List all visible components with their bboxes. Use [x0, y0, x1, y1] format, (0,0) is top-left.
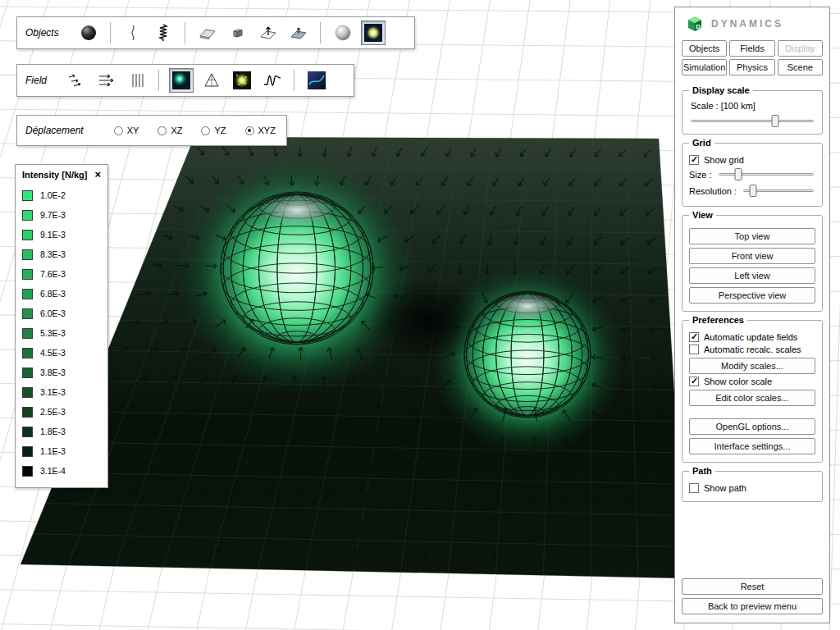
legend-entry: 1.1E-3: [22, 441, 101, 461]
xyz-radio[interactable]: [245, 126, 254, 135]
legend-entry-label: 6.0E-3: [40, 308, 66, 318]
scale-slider[interactable]: [689, 114, 815, 128]
legend-entry: 9.1E-3: [22, 225, 101, 244]
spring-icon: [153, 23, 173, 43]
deplacement-toolbar-label: Déplacement: [25, 125, 84, 136]
app-logo-row: D DYNAMICS: [685, 14, 823, 34]
yz-radio[interactable]: [201, 126, 210, 135]
grid-resolution-slider[interactable]: [742, 184, 815, 198]
grid-resolution-slider-thumb[interactable]: [749, 185, 756, 197]
grid-size-label: Size :: [689, 170, 712, 180]
black-sphere-icon: [79, 23, 98, 43]
legend-color-swatch: [22, 407, 33, 418]
object-tool-box-bar[interactable]: [226, 21, 250, 45]
grid-size-slider-thumb[interactable]: [735, 168, 742, 180]
auto-update-fields-checkbox[interactable]: [689, 332, 699, 342]
object-tool-black-sphere[interactable]: [76, 21, 101, 45]
show-color-scale-checkbox[interactable]: [689, 377, 699, 386]
field-tool-surface-plot[interactable]: [304, 68, 329, 93]
dynamics-logo-icon: D: [685, 14, 705, 34]
auto-recalc-scales-row[interactable]: Automatic recalc. scales: [689, 345, 815, 354]
top-view-button[interactable]: Top view: [689, 228, 815, 244]
field-tool-wire-cone[interactable]: [199, 68, 224, 93]
field-tool-particle-glow[interactable]: [230, 68, 254, 93]
modify-scales-button[interactable]: Modify scales...: [689, 358, 815, 374]
object-tool-plate-arrow[interactable]: [256, 21, 281, 45]
scale-slider-thumb[interactable]: [771, 115, 778, 127]
grid-group-title: Grid: [689, 138, 714, 148]
legend-color-swatch: [22, 446, 33, 457]
object-tool-plate-solid[interactable]: [286, 21, 311, 45]
legend-entry: 5.3E-3: [22, 323, 101, 343]
nav-fields-button[interactable]: Fields: [729, 40, 774, 57]
legend-color-swatch: [22, 289, 33, 299]
display-scale-group: Display scale Scale : [100 km]: [682, 90, 823, 135]
panel-bottom-buttons: Reset Back to preview menu: [682, 575, 823, 616]
nav-physics-button[interactable]: Physics: [729, 59, 774, 75]
field-tool-vector-arrows[interactable]: [64, 68, 89, 93]
field-tool-parallel-arrows[interactable]: [94, 68, 119, 93]
edit-color-scales-button[interactable]: Edit color scales...: [689, 390, 815, 406]
object-tool-flat-plate[interactable]: [195, 21, 220, 45]
object-tool-glowing-sphere[interactable]: [361, 21, 386, 45]
legend-close-button[interactable]: ×: [94, 171, 101, 179]
legend-entry-label: 5.3E-3: [40, 328, 66, 338]
show-grid-checkbox[interactable]: [689, 155, 699, 165]
object-tool-rod[interactable]: [121, 21, 145, 45]
auto-recalc-scales-checkbox[interactable]: [689, 345, 699, 354]
grid-size-slider-track[interactable]: [719, 173, 814, 176]
nav-scene-button[interactable]: Scene: [778, 59, 823, 75]
opengl-options-button[interactable]: OpenGL options...: [689, 418, 815, 435]
wire-cone-icon: [202, 71, 221, 90]
perspective-view-button[interactable]: Perspective view: [689, 287, 815, 304]
grid-resolution-label: Resolution :: [689, 186, 737, 196]
show-path-checkbox[interactable]: [689, 483, 699, 493]
field-tool-waveform[interactable]: [260, 68, 285, 93]
display-scale-title: Display scale: [689, 85, 753, 95]
legend-entry: 6.0E-3: [22, 304, 101, 323]
xy-radio-label: XY: [127, 126, 139, 135]
field-tool-field-lines[interactable]: [125, 68, 149, 93]
field-tool-intensity-glow[interactable]: [169, 68, 194, 93]
interface-settings-button[interactable]: Interface settings...: [689, 438, 815, 454]
nav-objects-button[interactable]: Objects: [682, 40, 727, 57]
deplacement-option-yz[interactable]: YZ: [201, 126, 226, 135]
reset-button[interactable]: Reset: [682, 578, 823, 595]
xy-radio[interactable]: [114, 126, 123, 135]
legend-entry-label: 3.1E-4: [40, 466, 66, 476]
legend-color-swatch: [22, 210, 33, 221]
legend-color-swatch: [22, 230, 33, 240]
front-view-button[interactable]: Front view: [689, 248, 815, 264]
nav-simulation-button[interactable]: Simulation: [682, 59, 727, 75]
deplacement-option-xyz[interactable]: XYZ: [245, 126, 276, 135]
auto-update-fields-row[interactable]: Automatic update fields: [689, 332, 815, 342]
show-color-scale-row[interactable]: Show color scale: [689, 377, 815, 386]
xz-radio-label: XZ: [171, 126, 182, 135]
yz-radio-label: YZ: [214, 126, 226, 135]
legend-entry: 6.8E-3: [22, 284, 101, 304]
scale-slider-track[interactable]: [691, 120, 814, 122]
view-group-title: View: [689, 210, 716, 220]
back-to-preview-menu-button[interactable]: Back to preview menu: [682, 598, 823, 614]
grid-group: Grid Show grid Size : Resolution :: [682, 143, 823, 207]
plate-solid-icon: [289, 23, 308, 43]
deplacement-option-xz[interactable]: XZ: [158, 126, 182, 135]
path-group: Path Show path: [682, 471, 823, 502]
deplacement-option-xy[interactable]: XY: [114, 126, 139, 135]
object-tool-spring[interactable]: [151, 21, 176, 45]
svg-text:D: D: [696, 23, 701, 30]
xz-radio[interactable]: [158, 126, 167, 135]
show-path-row[interactable]: Show path: [689, 483, 815, 493]
grid-size-slider[interactable]: [717, 167, 815, 181]
legend-entry-label: 1.1E-3: [40, 446, 66, 456]
legend-entry-label: 9.7E-3: [40, 210, 66, 220]
sphere-highlight: [259, 195, 336, 226]
legend-color-swatch: [22, 249, 33, 260]
legend-entry: 8.3E-3: [22, 244, 101, 264]
nav-display-button[interactable]: Display: [778, 40, 823, 57]
legend-entry: 3.1E-4: [22, 461, 101, 481]
object-tool-shaded-sphere[interactable]: [331, 21, 355, 45]
legend-entries: 1.0E-29.7E-39.1E-38.3E-37.6E-36.8E-36.0E…: [22, 185, 101, 481]
left-view-button[interactable]: Left view: [689, 267, 815, 284]
show-grid-row[interactable]: Show grid: [689, 155, 815, 165]
